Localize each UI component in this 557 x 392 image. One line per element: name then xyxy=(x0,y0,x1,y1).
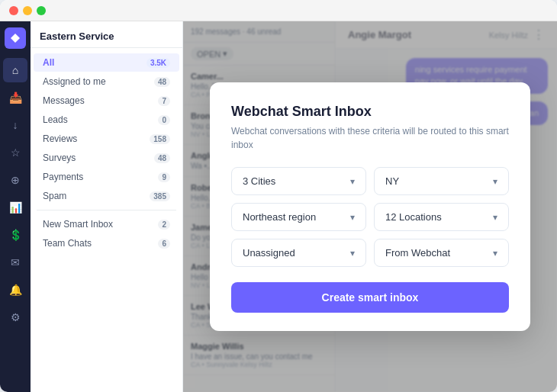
nav-item-surveys[interactable]: Surveys 48 xyxy=(34,149,179,167)
app-container: ⌂ 📥 ↓ ☆ ⊕ 📊 💲 ✉ 🔔 ⚙ Eastern Service All … xyxy=(0,0,557,392)
modal-subtitle: Webchat conversations with these criteri… xyxy=(231,124,509,152)
nav-brand: Eastern Service xyxy=(40,31,114,42)
nav-item-label-messages: Messages xyxy=(43,95,85,106)
nav-badge-reviews: 158 xyxy=(150,134,170,144)
dropdown-unassigned[interactable]: Unassigned ▾ xyxy=(231,239,366,267)
nav-badge-spam: 385 xyxy=(150,191,170,201)
nav-item-label-payments: Payments xyxy=(43,172,83,182)
dropdown-ny-label: NY xyxy=(385,175,399,187)
nav-badge-team-chats: 6 xyxy=(158,239,170,249)
nav-badge-smart-inbox: 2 xyxy=(158,220,170,230)
chevron-down-icon: ▾ xyxy=(350,248,355,259)
nav-item-label-reviews: Reviews xyxy=(43,133,77,144)
dropdown-unassigned-label: Unassigned xyxy=(243,247,295,259)
nav-badge-leads: 0 xyxy=(158,115,170,125)
nav-item-reviews[interactable]: Reviews 158 xyxy=(34,130,179,148)
chevron-down-icon: ▾ xyxy=(493,212,497,223)
dropdown-locations-label: 12 Locations xyxy=(385,211,442,223)
sidebar-icon-star[interactable]: ☆ xyxy=(3,140,27,165)
nav-badge-messages: 7 xyxy=(158,96,170,106)
chevron-down-icon: ▾ xyxy=(350,176,355,187)
modal-overlay: Webchat Smart Inbox Webchat conversation… xyxy=(183,21,557,392)
traffic-light-green[interactable] xyxy=(37,6,46,15)
chevron-down-icon: ▾ xyxy=(493,176,497,187)
modal-dropdowns-grid: 3 Cities ▾ NY ▾ Northeast region ▾ 12 xyxy=(231,167,509,267)
content-area: 192 messages · 46 unread OPEN ▾ Camer...… xyxy=(183,21,557,392)
nav-divider xyxy=(37,210,176,210)
nav-item-spam[interactable]: Spam 385 xyxy=(34,187,179,205)
nav-badge-all: 3.5K xyxy=(146,58,170,68)
sidebar-icon-download[interactable]: ↓ xyxy=(3,113,27,137)
nav-item-messages[interactable]: Messages 7 xyxy=(34,92,179,110)
nav-item-label-smart-inbox: New Smart Inbox xyxy=(43,219,113,230)
nav-sidebar: Eastern Service All 3.5K Assigned to me … xyxy=(31,21,183,392)
dropdown-webchat-label: From Webchat xyxy=(385,247,450,259)
dropdown-cities[interactable]: 3 Cities ▾ xyxy=(231,167,366,195)
nav-item-label-surveys: Surveys xyxy=(43,153,76,163)
nav-item-label-spam: Spam xyxy=(43,191,66,201)
nav-item-label-leads: Leads xyxy=(43,114,68,125)
chevron-down-icon: ▾ xyxy=(493,248,497,259)
nav-item-new-smart-inbox[interactable]: New Smart Inbox 2 xyxy=(34,215,179,233)
dropdown-ny[interactable]: NY ▾ xyxy=(374,167,509,195)
dropdown-locations[interactable]: 12 Locations ▾ xyxy=(374,203,509,231)
nav-item-label-team-chats: Team Chats xyxy=(43,238,92,249)
sidebar-icon-home[interactable]: ⌂ xyxy=(3,58,27,82)
nav-badge-assigned: 48 xyxy=(154,77,170,87)
dropdown-cities-label: 3 Cities xyxy=(243,175,275,187)
nav-item-all[interactable]: All 3.5K xyxy=(34,53,179,72)
sidebar-icon-search[interactable]: ⊕ xyxy=(3,168,27,192)
nav-item-leads[interactable]: Leads 0 xyxy=(34,111,179,129)
modal-title: Webchat Smart Inbox xyxy=(231,104,509,120)
nav-item-label-assigned: Assigned to me xyxy=(43,76,106,87)
title-bar xyxy=(0,0,557,21)
nav-item-payments[interactable]: Payments 9 xyxy=(34,168,179,186)
app-logo xyxy=(5,27,26,49)
sidebar-icon-mail[interactable]: ✉ xyxy=(3,250,27,275)
dropdown-from-webchat[interactable]: From Webchat ▾ xyxy=(374,239,509,267)
sidebar-icon-payment[interactable]: 💲 xyxy=(3,223,27,247)
nav-badge-payments: 9 xyxy=(158,172,170,182)
traffic-light-yellow[interactable] xyxy=(23,6,32,15)
smart-inbox-modal: Webchat Smart Inbox Webchat conversation… xyxy=(210,82,530,331)
create-smart-inbox-button[interactable]: Create smart inbox xyxy=(231,282,509,313)
traffic-light-red[interactable] xyxy=(9,6,18,15)
sidebar-icon-chart[interactable]: 📊 xyxy=(3,195,27,220)
nav-item-label-all: All xyxy=(43,57,54,68)
nav-item-team-chats[interactable]: Team Chats 6 xyxy=(34,234,179,252)
nav-item-assigned[interactable]: Assigned to me 48 xyxy=(34,72,179,91)
sidebar-icon-inbox[interactable]: 📥 xyxy=(3,85,27,110)
nav-badge-surveys: 48 xyxy=(154,153,170,163)
dropdown-northeast-region[interactable]: Northeast region ▾ xyxy=(231,203,366,231)
chevron-down-icon: ▾ xyxy=(350,212,355,223)
nav-header: Eastern Service xyxy=(31,21,182,48)
icon-sidebar: ⌂ 📥 ↓ ☆ ⊕ 📊 💲 ✉ 🔔 ⚙ xyxy=(0,21,31,392)
sidebar-icon-bell[interactable]: 🔔 xyxy=(3,278,27,302)
dropdown-northeast-label: Northeast region xyxy=(243,211,316,223)
sidebar-icon-settings[interactable]: ⚙ xyxy=(3,305,27,329)
main-layout: ⌂ 📥 ↓ ☆ ⊕ 📊 💲 ✉ 🔔 ⚙ Eastern Service All … xyxy=(0,21,557,392)
nav-items: All 3.5K Assigned to me 48 Messages 7 Le… xyxy=(31,48,182,392)
